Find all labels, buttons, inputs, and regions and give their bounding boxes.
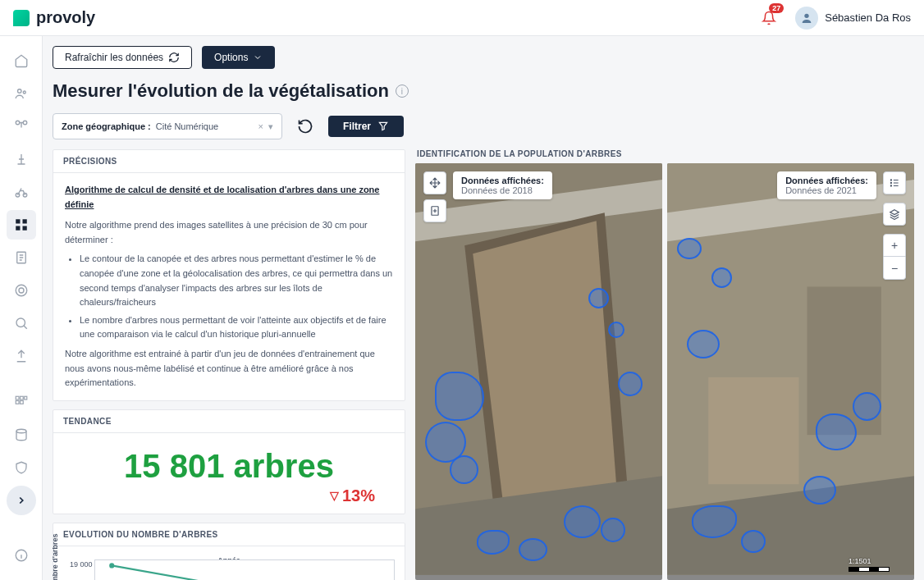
precisions-para2: Notre algorithme est entrainé à partir d… [65, 347, 393, 390]
svg-point-12 [16, 285, 27, 296]
map-add-button[interactable] [423, 199, 446, 222]
nav-home[interactable] [7, 46, 36, 75]
precisions-panel: PRÉCISIONS Algorithme de calcul de densi… [53, 149, 405, 401]
map-label-title: Données affichées: [461, 176, 544, 185]
refresh-button[interactable]: Rafraîchir les données [53, 46, 192, 69]
refresh-icon [168, 52, 180, 63]
map-left-sub: Données de 2018 [461, 185, 544, 195]
svg-point-37 [890, 182, 891, 183]
svg-rect-9 [16, 226, 20, 231]
precisions-bullet: Le contour de la canopée et des arbres n… [80, 252, 393, 309]
chevron-down-icon [253, 53, 263, 62]
nav-info[interactable] [7, 541, 36, 570]
brand-name: provoly [36, 8, 95, 27]
nav-dashboard[interactable] [7, 210, 36, 240]
nav-reports[interactable] [7, 243, 36, 272]
zone-clear-icon[interactable]: × [258, 121, 263, 131]
svg-point-4 [23, 121, 27, 125]
nav-upload[interactable] [7, 341, 36, 371]
brand-logo[interactable]: provoly [13, 8, 95, 27]
nav-grid[interactable] [7, 387, 36, 417]
title-info-icon[interactable]: i [396, 84, 409, 98]
nav-activity[interactable] [7, 276, 36, 305]
refresh-label: Rafraîchir les données [65, 52, 163, 63]
user-name: Sébastien Da Ros [825, 11, 911, 24]
svg-rect-7 [16, 219, 20, 223]
svg-rect-15 [16, 396, 19, 400]
svg-point-13 [19, 288, 24, 293]
nav-security[interactable] [7, 453, 36, 482]
map-zoom-out-button[interactable]: − [883, 257, 906, 280]
map-zoom-in-button[interactable]: + [883, 234, 906, 257]
nav-hydrant[interactable] [7, 144, 36, 174]
svg-point-2 [23, 91, 25, 94]
nav-drone[interactable] [7, 112, 36, 141]
svg-point-14 [16, 318, 25, 327]
user-menu[interactable]: Sébastien Da Ros [795, 7, 911, 30]
svg-rect-16 [20, 396, 23, 400]
down-triangle-icon: ▽ [330, 489, 339, 502]
map-layers-button[interactable] [883, 203, 906, 226]
svg-point-0 [805, 13, 809, 17]
filter-button[interactable]: Filtrer [328, 116, 404, 137]
reset-filters-button[interactable] [292, 113, 318, 139]
sidebar [0, 36, 43, 580]
chevron-down-icon: ▾ [268, 121, 273, 132]
plus-doc-icon [429, 205, 441, 217]
svg-point-38 [890, 185, 891, 186]
precisions-subtitle: Algorithme de calcul de densité et de lo… [65, 183, 393, 212]
tree-count: 15 801 arbres [53, 448, 405, 485]
svg-point-3 [16, 121, 20, 125]
tendance-head: TENDANCE [53, 410, 405, 433]
map-right-sub: Données de 2021 [785, 185, 868, 195]
options-button[interactable]: Options [202, 46, 275, 69]
precisions-head: PRÉCISIONS [53, 150, 405, 173]
move-icon [429, 177, 441, 189]
svg-rect-18 [16, 401, 19, 404]
evolution-head: EVOLUTION DU NOMBRE D'ARBRES [53, 523, 405, 546]
zone-label: Zone géographique : [62, 121, 151, 131]
list-icon [889, 177, 900, 189]
svg-rect-8 [22, 219, 26, 223]
zone-select[interactable]: Zone géographique : Cité Numérique × ▾ [53, 113, 282, 139]
page-title: Mesurer l'évolution de la végétalisation [53, 80, 389, 102]
filter-label: Filtrer [343, 121, 371, 132]
chart-ytick: 19 000 [70, 560, 93, 569]
nav-users[interactable] [7, 79, 36, 108]
tree-delta: ▽ 13% [53, 486, 405, 505]
svg-rect-33 [708, 377, 798, 484]
svg-point-22 [109, 563, 114, 568]
avatar-icon [795, 7, 818, 30]
nav-db[interactable] [7, 420, 36, 450]
map-left-label: Données affichées: Données de 2018 [453, 171, 552, 199]
svg-rect-19 [20, 401, 23, 404]
nav-search[interactable] [7, 308, 36, 338]
map-right-label: Données affichées: Données de 2021 [777, 171, 876, 199]
satellite-image-2018 [415, 163, 662, 575]
history-icon [297, 118, 313, 135]
svg-point-1 [17, 89, 21, 94]
sidebar-expand-button[interactable] [7, 486, 36, 515]
map-2018[interactable]: Données affichées: Données de 2018 [415, 163, 662, 580]
map-section-head: IDENTIFICATION DE LA POPULATION D'ARBRES [415, 149, 914, 163]
map-legend-button[interactable] [883, 171, 906, 194]
minus-icon: − [891, 262, 898, 275]
nav-bike[interactable] [7, 177, 36, 207]
zone-value: Cité Numérique [156, 121, 258, 131]
svg-rect-17 [24, 396, 26, 400]
svg-point-36 [890, 180, 891, 180]
precisions-para1: Notre algorithme prend des images satell… [65, 218, 393, 247]
tendance-panel: TENDANCE 15 801 arbres ▽ 13% [53, 409, 405, 514]
svg-rect-10 [22, 226, 26, 231]
delta-value: 13% [342, 486, 375, 505]
filter-icon [377, 121, 389, 132]
tree-evolution-chart: Nombre d'arbres Année 16 00017 00018 000… [58, 556, 400, 580]
main-content: Rafraîchir les données Options Mesurer l… [43, 36, 924, 580]
precisions-bullet: Le nombre d'arbres nous permettant de vo… [80, 313, 393, 342]
logo-mark-icon [13, 10, 30, 26]
map-move-button[interactable] [423, 171, 446, 194]
chart-ylabel: Nombre d'arbres [53, 533, 59, 580]
map-label-title: Données affichées: [785, 176, 868, 185]
notifications-button[interactable]: 27 [756, 5, 782, 31]
map-2021[interactable]: + − Données affichées: Données de 2021 1… [667, 163, 914, 580]
